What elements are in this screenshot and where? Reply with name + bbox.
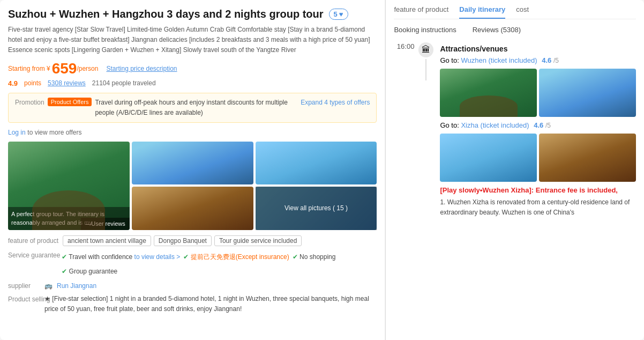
product-text: ★ [Five-star selection] 1 night in a bra… [44,294,377,314]
price-value: 659 [52,61,77,76]
venue2-rating-max: /5 [545,122,551,129]
promo-tag: Product Offers [48,98,92,106]
venue-desc-red: [Play slowly•Wuzhen Xizha]: Entrance fee… [440,186,636,194]
left-panel: Suzhou + Wuzhen + Hangzhou 3 days and 2 … [0,0,385,340]
venue1: Go to: Wuzhen (ticket included) 4.6 /5 [440,56,636,64]
timeline: 16:00 🏛 Attractions/venues Go to: Wuzhen… [394,42,636,218]
timeline-time: 16:00 [394,42,414,50]
badge: 5 ♥ [329,9,348,20]
feature-tag-0: ancient town ancient village [63,235,151,246]
feature-tag-1: Dongpo Banquet [154,235,212,246]
venue1-prefix: Go to: [440,56,459,64]
photo-med2[interactable] [256,142,377,185]
service-item-2: ✔ No shopping [293,252,336,263]
venue1-photo1[interactable] [440,69,537,117]
check-icon-0: ✔ [62,253,67,261]
bus-icon: 🚌 [44,282,53,290]
feature-label: feature of product [8,235,58,247]
photo-large[interactable]: A perfect group tour. The itinerary is r… [8,142,130,230]
supplier-row: supplier 🚌 Run Jiangnan [8,282,377,290]
location-icon: 🏛 [418,42,433,57]
venue2-photo1[interactable] [440,134,537,182]
login-link[interactable]: Log in [8,129,26,136]
photo-med3[interactable] [132,187,253,230]
supplier-label: supplier [8,282,40,290]
service-text-2: No shopping [299,253,335,261]
venue2-prefix: Go to: [440,121,459,129]
venue2-photo2[interactable] [539,134,636,182]
service-item-0: ✔ Travel with confidence to view details… [62,252,180,263]
product-row: Product selling ★ [Five-star selection] … [8,294,377,314]
check-icon-3: ✔ [62,268,67,275]
expand-offers-link[interactable]: Expand 4 types of offers [301,99,370,106]
stats-row: 4.9 points 5308 reviews 21104 people tra… [8,79,377,87]
service-items: ✔ Travel with confidence to view details… [62,252,377,278]
rating-value: 4.9 [8,79,18,87]
heart-icon: ♥ [339,10,343,18]
venue1-rating-max: /5 [553,57,559,64]
venue1-photos [440,69,636,117]
photo-view-all[interactable]: View all pictures ( 15 ) [256,187,377,230]
reviews-link[interactable]: 5308 reviews [48,79,86,87]
service-link-0[interactable]: to view details > [134,253,181,261]
venue1-photo2[interactable] [539,69,636,117]
price-row: Starting from ¥ 659 /person Starting pri… [8,61,377,76]
service-row: Service guarantee ✔ Travel with confiden… [8,252,377,278]
promo-left: Promotion Product Offers Travel during o… [15,98,301,118]
timeline-content: Attractions/venues Go to: Wuzhen (ticket… [440,42,636,218]
right-panel: feature of product Daily itinerary cost … [386,0,644,340]
service-text-0: Travel with confidence [69,253,134,261]
service-text-3: Group guarantee [69,268,118,275]
user-review-text: —User reviews [81,218,130,230]
timeline-marker: 🏛 [418,42,433,80]
venue2: Go to: Xizha (ticket included) 4.6 /5 [440,121,636,129]
photo-caption: A perfect group tour. The itinerary is r… [8,207,130,230]
service-label: Service guarantee [8,252,57,259]
title-row: Suzhou + Wuzhen + Hangzhou 3 days and 2 … [8,8,377,20]
sub-tabs: Booking instructions Reviews (5308) [394,26,636,36]
service-item-1: ✔ 提前己天免费退(Except insurance) [183,252,289,263]
venue1-link[interactable]: Wuzhen (ticket included) [461,56,537,64]
badge-count: 5 [334,10,338,18]
travelers-count: 21104 people traveled [92,79,156,87]
photo-overlay-text: A perfect group tour. The itinerary is r… [11,211,104,225]
service-item-3: ✔ Group guarantee [62,266,117,278]
sub-tab-reviews[interactable]: Reviews (5308) [473,26,521,36]
product-label: Product selling [8,294,40,306]
tab-cost[interactable]: cost [516,5,529,19]
venue1-rating: 4.6 [542,56,551,64]
timeline-item-0: 16:00 🏛 Attractions/venues Go to: Wuzhen… [394,42,636,218]
main-tabs: feature of product Daily itinerary cost [394,5,636,19]
venue2-rating: 4.6 [534,121,543,129]
timeline-connector [425,59,426,80]
photos-grid: A perfect group tour. The itinerary is r… [8,142,377,230]
feature-tags: ancient town ancient village Dongpo Banq… [63,235,302,246]
feature-row: feature of product ancient town ancient … [8,235,377,247]
supplier-name[interactable]: Run Jiangnan [57,282,96,290]
per-person-label: /person [77,65,98,72]
page-title: Suzhou + Wuzhen + Hangzhou 3 days and 2 … [8,8,324,20]
points-label: points [24,79,41,87]
section-title: Attractions/venues [440,45,636,53]
tab-daily-itinerary[interactable]: Daily itinerary [459,5,505,19]
view-all-label[interactable]: View all pictures ( 15 ) [256,187,377,230]
starting-from-label: Starting from ¥ [8,65,50,72]
promo-box: Promotion Product Offers Travel during o… [8,93,377,123]
sub-tab-booking[interactable]: Booking instructions [394,26,456,36]
check-icon-1: ✔ [183,253,189,261]
login-suffix: to view more offers [27,129,81,136]
venue2-photos [440,134,636,182]
description: Five-star travel agency [Star Slow Trave… [8,25,377,56]
promo-label: Promotion [15,99,44,106]
feature-tag-2: Tour guide service included [214,235,302,246]
timeline-left: 16:00 🏛 [394,42,433,218]
login-row: Log in to view more offers [8,128,377,136]
check-icon-2: ✔ [293,253,298,261]
photo-med1[interactable] [132,142,253,185]
tab-feature[interactable]: feature of product [394,5,448,19]
service-link-red-1[interactable]: 提前己天免费退(Except insurance) [191,253,289,261]
price-desc-link[interactable]: Starting price description [106,65,177,72]
promo-text: Travel during off-peak hours and enjoy i… [95,98,301,118]
venue-desc-text: 1. Wuzhen Xizha is renovated from a cent… [440,197,636,218]
venue2-link[interactable]: Xizha (ticket included) [461,121,529,129]
